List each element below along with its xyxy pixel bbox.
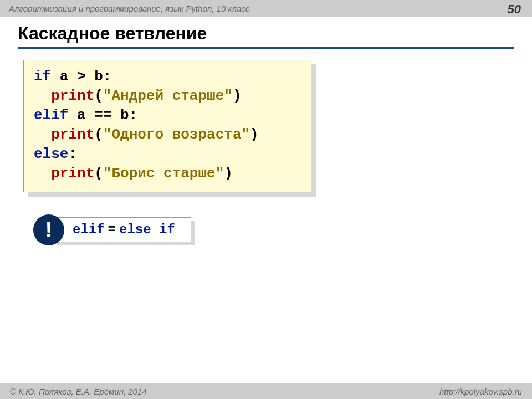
note-box: elif = else if — [53, 217, 191, 242]
paren: ) — [250, 126, 259, 143]
fn-print: print — [51, 126, 94, 143]
paren: ) — [224, 165, 233, 182]
keyword-elif: elif — [34, 107, 68, 124]
keyword-else: else — [34, 146, 68, 162]
note-else-if: else if — [119, 222, 175, 237]
string-literal: "Одного возраста" — [103, 126, 250, 143]
note-elif: elif — [73, 222, 105, 237]
note-row: ! elif = else if — [33, 214, 532, 245]
note-eq: = — [108, 222, 116, 237]
title-rule — [18, 47, 514, 49]
footer-bar: © К.Ю. Поляков, Е.А. Ерёмин, 2014 http:/… — [0, 383, 532, 399]
paren: ( — [94, 126, 103, 143]
code-line: print("Одного возраста") — [34, 125, 301, 145]
code-block: if a > b: print("Андрей старше") elif a … — [23, 60, 311, 192]
exclamation-badge: ! — [33, 214, 64, 245]
code-line: print("Борис старше") — [34, 164, 301, 183]
footer-url: http://kpolyakov.spb.ru — [439, 387, 522, 396]
string-literal: "Борис старше" — [103, 165, 224, 182]
string-literal: "Андрей старше" — [103, 88, 233, 104]
fn-print: print — [51, 88, 94, 104]
fn-print: print — [51, 165, 94, 182]
paren: ( — [94, 88, 103, 104]
header-title: Алгоритмизация и программирование, язык … — [9, 4, 249, 13]
keyword-if: if — [34, 68, 51, 85]
slide-title: Каскадное ветвление — [18, 23, 514, 44]
code-box: if a > b: print("Андрей старше") elif a … — [23, 60, 311, 192]
note-block: elif = else if — [53, 217, 191, 242]
code-expr: a == b: — [68, 107, 137, 124]
code-line: elif a == b: — [34, 106, 301, 125]
code-line: else: — [34, 145, 301, 164]
code-expr: a > b: — [51, 68, 111, 85]
header-bar: Алгоритмизация и программирование, язык … — [0, 0, 532, 17]
paren: ( — [94, 165, 103, 182]
paren: ) — [233, 88, 242, 104]
code-line: if a > b: — [34, 67, 301, 86]
page-number: 50 — [508, 2, 521, 17]
code-line: print("Андрей старше") — [34, 86, 301, 106]
footer-copyright: © К.Ю. Поляков, Е.А. Ерёмин, 2014 — [10, 387, 147, 396]
colon: : — [68, 146, 77, 162]
